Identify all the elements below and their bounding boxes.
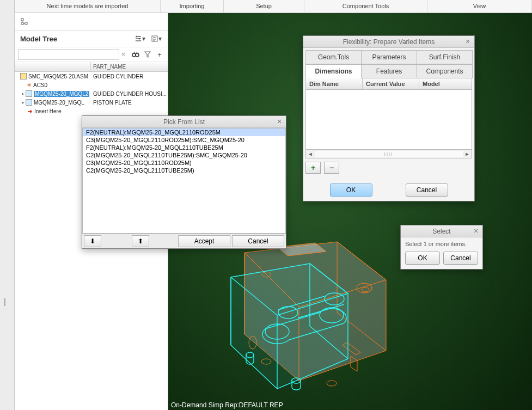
tree-show-icon[interactable]: ▾ — [150, 33, 162, 44]
scroll-track[interactable]: |||| — [315, 151, 463, 157]
insert-arrow-icon: ➔ — [28, 108, 32, 114]
tree-settings-icon[interactable]: ▾ — [134, 33, 146, 44]
svg-point-6 — [132, 53, 136, 57]
menu-importing[interactable]: Importing — [161, 0, 224, 13]
add-row-button[interactable]: + — [305, 162, 321, 174]
status-text: On-Demand Simp Rep:DEFAULT REP — [171, 401, 283, 409]
tree-row-asm[interactable]: SMC_MGQM25-20.ASM GUIDED CYLINDER — [15, 72, 168, 81]
pick-from-list-dialog: Pick From List × F2(NEUTRAL):MGQM25-20_M… — [82, 115, 286, 249]
move-up-button[interactable]: ⬆ — [132, 235, 149, 247]
part-icon — [26, 99, 32, 106]
col-current-value[interactable]: Current Value — [363, 78, 419, 89]
tree-row-part2[interactable]: ▸MGQM25-20_MGQL PISTON PLATE — [15, 98, 168, 107]
menu-setup[interactable]: Setup — [224, 0, 304, 13]
svg-point-12 — [327, 381, 337, 386]
tab-geom-tols[interactable]: Geom.Tols — [305, 50, 362, 64]
picklist-item[interactable]: C2(MGQM25-20_MGQL2110TUBE25M) — [83, 167, 285, 174]
picklist-close-icon[interactable]: × — [275, 117, 284, 126]
flex-title: Flexibility: Prepare Varied Items — [343, 38, 435, 46]
cad-model[interactable] — [201, 231, 408, 405]
flex-cancel-button[interactable]: Cancel — [406, 183, 448, 197]
assembly-icon — [20, 73, 27, 79]
tree-search-input[interactable] — [18, 49, 119, 60]
filter-icon[interactable] — [143, 50, 152, 59]
csys-icon: ✳ — [27, 82, 32, 89]
add-column-icon[interactable]: + — [155, 50, 164, 59]
svg-rect-2 — [25, 22, 27, 25]
flex-ok-button[interactable]: OK — [330, 183, 372, 197]
tree-row-insert-here[interactable]: ➔Insert Here — [15, 107, 168, 115]
menu-import-next[interactable]: Next time models are imported — [15, 0, 161, 13]
tab-components[interactable]: Components — [417, 64, 473, 78]
svg-rect-1 — [21, 22, 23, 25]
tab-dimensions[interactable]: Dimensions — [305, 64, 362, 78]
select-dialog: Select × Select 1 or more items. OK Canc… — [400, 225, 483, 270]
part-icon — [26, 90, 32, 97]
select-close-icon[interactable]: × — [472, 227, 480, 235]
col-dim-name[interactable]: Dim Name — [306, 78, 363, 89]
picklist-item[interactable]: F2(NEUTRAL):MGQM25-20_MGQL2110ROD25M — [83, 128, 285, 136]
collapse-handle[interactable] — [4, 298, 5, 306]
minus-icon: − — [329, 163, 334, 172]
select-title: Select — [432, 228, 450, 235]
select-message: Select 1 or more items. — [401, 237, 482, 250]
flex-grid-body[interactable] — [305, 90, 472, 150]
arrow-down-icon: ⬇ — [90, 237, 95, 245]
flex-close-icon[interactable]: × — [463, 37, 472, 46]
tree-layout-icon[interactable] — [18, 16, 31, 28]
move-down-button[interactable]: ⬇ — [84, 235, 101, 247]
menu-view[interactable]: View — [427, 0, 532, 13]
svg-point-3 — [136, 36, 138, 38]
tab-features[interactable]: Features — [361, 64, 417, 78]
svg-point-7 — [136, 53, 139, 57]
cancel-button[interactable]: Cancel — [232, 235, 284, 247]
tab-surf-finish[interactable]: Surf.Finish — [417, 50, 473, 64]
scroll-left-icon[interactable]: ◄ — [306, 150, 315, 158]
plus-icon: + — [311, 163, 315, 172]
picklist-item[interactable]: C3(MGQM25-20_MGQL2110ROD25M):SMC_MGQM25-… — [83, 136, 285, 144]
picklist-item[interactable]: C3(MGQM25-20_MGQL2110ROD25M) — [83, 159, 285, 167]
col-model[interactable]: Model — [419, 78, 472, 89]
menu-component-tools[interactable]: Component Tools — [304, 0, 427, 13]
picklist-item[interactable]: C2(MGQM25-20_MGQL2110TUBE25M):SMC_MGQM25… — [83, 151, 285, 159]
top-menu: Next time models are imported Importing … — [15, 0, 532, 13]
scroll-right-icon[interactable]: ► — [463, 150, 472, 158]
flexibility-dialog: Flexibility: Prepare Varied Items × Geom… — [303, 35, 475, 201]
clear-search-icon[interactable]: × — [121, 51, 125, 58]
select-cancel-button[interactable]: Cancel — [443, 252, 478, 265]
picklist-item[interactable]: F2(NEUTRAL):MGQM25-20_MGQL2110TUBE25M — [83, 144, 285, 151]
tree-body: SMC_MGQM25-20.ASM GUIDED CYLINDER ✳ACS0 … — [15, 72, 168, 115]
remove-row-button[interactable]: − — [324, 162, 339, 174]
arrow-up-icon: ⬆ — [138, 237, 143, 245]
column-part-name[interactable]: PART_NAME — [91, 62, 168, 71]
flex-grid-header: Dim Name Current Value Model — [305, 78, 472, 90]
select-ok-button[interactable]: OK — [405, 252, 440, 265]
accept-button[interactable]: Accept — [178, 235, 230, 247]
svg-rect-0 — [21, 19, 23, 21]
picklist-title: Pick From List — [163, 118, 205, 126]
tree-row-csys[interactable]: ✳ACS0 — [15, 81, 168, 89]
binoculars-icon[interactable] — [131, 50, 140, 59]
tree-row-selected-part[interactable]: ▸MGQM25-20_MGQL2 GUIDED CYLINDER HOUSI..… — [15, 89, 168, 98]
picklist-listbox[interactable]: F2(NEUTRAL):MGQM25-20_MGQL2110ROD25M C3(… — [82, 128, 286, 234]
flex-hscrollbar[interactable]: ◄ |||| ► — [305, 150, 472, 158]
tree-title: Model Tree — [20, 35, 57, 43]
svg-point-4 — [139, 38, 140, 40]
tab-parameters[interactable]: Parameters — [361, 50, 417, 64]
